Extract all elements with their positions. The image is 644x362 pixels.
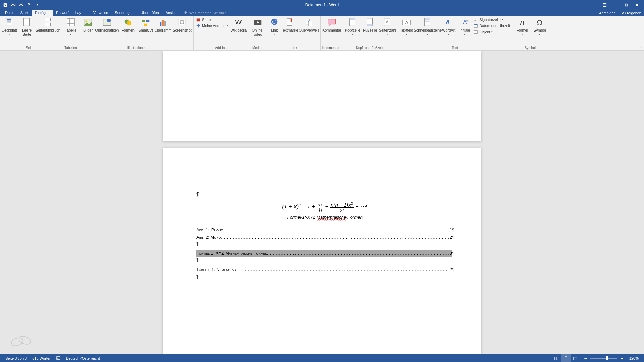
save-button[interactable] (2, 1, 9, 9)
undo-button[interactable]: ▾ (10, 1, 17, 9)
zoom-slider[interactable] (590, 358, 617, 359)
svg-rect-8 (7, 19, 11, 21)
ribbon: Deckblatt▾ Leere Seite Seitenumbruch Sei… (0, 16, 644, 51)
svg-rect-12 (45, 18, 51, 21)
minimize-button[interactable] (610, 1, 621, 9)
smartart-button[interactable]: SmartArt (137, 17, 154, 33)
tab-mailings[interactable]: Sendungen (111, 10, 137, 16)
language-indicator[interactable]: Deutsch (Österreich) (63, 356, 103, 360)
web-layout-button[interactable] (571, 354, 580, 362)
symbol-button[interactable]: ΩSymbol▾ (531, 17, 548, 36)
paragraph-mark: ¶ (196, 257, 454, 263)
sigline-button[interactable]: Signaturzeile ▾ (472, 17, 512, 23)
my-addins-button[interactable]: Meine Add-Ins ▾ (195, 23, 229, 29)
equation-button[interactable]: πFormel▾ (514, 17, 531, 36)
spellcheck-button[interactable] (53, 356, 63, 361)
textbox-button[interactable]: ATextfeld▾ (398, 17, 415, 36)
tof-entry-selected[interactable]: Formel 1: XYZ Mathemtaische Formel3¶ (196, 250, 454, 257)
tab-view[interactable]: Ansicht (162, 10, 181, 16)
svg-text:Ω: Ω (537, 18, 543, 27)
customize-qat-button[interactable]: ▾ (34, 1, 41, 9)
object-button[interactable]: Objekt ▾ (472, 29, 512, 35)
screenshot-button[interactable]: Screenshot▾ (172, 17, 192, 36)
tab-design[interactable]: Entwurf (53, 10, 72, 16)
pictures-button[interactable]: Bilder (82, 17, 94, 33)
group-comments: Kommentar Kommentare (321, 16, 343, 50)
ribbon-options-button[interactable] (599, 1, 610, 9)
pagenum-button[interactable]: #Seitenzahl▾ (379, 17, 396, 36)
link-button[interactable]: Link▾ (268, 17, 280, 36)
tab-file[interactable]: Datei (2, 10, 17, 16)
group-addins-label: Add-Ins (195, 45, 247, 50)
zoom-out-button[interactable]: − (583, 356, 588, 361)
page-indicator[interactable]: Seite 3 von 3 (3, 356, 30, 360)
text-cursor (220, 257, 220, 263)
page-break-button[interactable]: Seitenumbruch (36, 17, 60, 33)
tab-insert[interactable]: Einfügen (32, 10, 53, 16)
print-layout-button[interactable] (561, 354, 571, 362)
header-button[interactable]: Kopfzeile▾ (344, 17, 361, 36)
group-addins: Store Meine Add-Ins ▾ WWikipedia Add-Ins (194, 16, 248, 50)
read-mode-button[interactable] (552, 354, 561, 362)
svg-text:π: π (520, 18, 525, 27)
svg-rect-34 (197, 19, 200, 22)
window-title: Dokument1 - Word (305, 3, 339, 7)
document-area[interactable]: ¶ (1 + x)n = 1 + nx1! + n(n − 1)x22! + ⋯… (0, 51, 644, 354)
footer-button[interactable]: Fußzeile▾ (362, 17, 378, 36)
group-pages: Deckblatt▾ Leere Seite Seitenumbruch Sei… (0, 16, 61, 50)
svg-rect-28 (144, 24, 147, 26)
svg-rect-15 (67, 19, 75, 26)
status-bar: Seite 3 von 3 615 Wörter Deutsch (Österr… (0, 354, 644, 362)
svg-text:#: # (386, 20, 388, 24)
equation-display[interactable]: (1 + x)n = 1 + nx1! + n(n − 1)x22! + ⋯¶ (196, 202, 454, 213)
zoom-in-button[interactable]: + (619, 356, 625, 361)
watermark-logo (7, 330, 37, 351)
online-pictures-button[interactable]: Onlinegrafiken (95, 17, 119, 33)
dropcap-button[interactable]: AInitiale▾ (458, 17, 471, 36)
equation-caption[interactable]: Formel·1:·XYZ·Mathemtaische·Formel¶ (196, 215, 454, 220)
datetime-button[interactable]: Datum und Uhrzeit (472, 23, 512, 29)
page-current[interactable]: ¶ (1 + x)n = 1 + nx1! + n(n − 1)x22! + ⋯… (163, 148, 481, 354)
blank-page-button[interactable]: Leere Seite (18, 17, 35, 37)
group-media-label: Medien (249, 45, 266, 50)
svg-rect-3 (625, 4, 627, 6)
zoom-control: − + 120% (583, 356, 641, 361)
comment-button[interactable]: Kommentar (322, 17, 342, 33)
group-media: Online-video Medien (248, 16, 267, 50)
wikipedia-button[interactable]: WWikipedia (230, 17, 247, 33)
tab-start[interactable]: Start (17, 10, 32, 16)
shapes-button[interactable]: Formen▾ (120, 17, 137, 36)
group-headerfooter: Kopfzeile▾ Fußzeile▾ #Seitenzahl▾ Kopf- … (343, 16, 397, 50)
signin-button[interactable]: Anmelden (596, 10, 619, 16)
svg-rect-31 (164, 21, 166, 26)
chart-button[interactable]: Diagramm (155, 17, 171, 33)
collapse-ribbon-button[interactable]: ⌃ (640, 46, 642, 50)
tell-me-search[interactable]: Was möchten Sie tun? (181, 10, 229, 16)
cover-page-button[interactable]: Deckblatt▾ (1, 17, 18, 36)
bookmark-button[interactable]: Textmarke (281, 17, 298, 33)
wordart-button[interactable]: AWordArt▾ (440, 17, 457, 36)
svg-rect-52 (425, 19, 430, 21)
word-count[interactable]: 615 Wörter (30, 356, 53, 360)
svg-point-38 (271, 19, 278, 25)
crossref-button[interactable]: Querverweis (299, 17, 319, 33)
tof-entry-3[interactable]: Tabelle 1: Namenstabelle2¶ (196, 266, 454, 274)
maximize-button[interactable] (621, 1, 632, 9)
touch-mode-button[interactable]: ▾ (26, 1, 33, 9)
redo-button[interactable] (18, 1, 25, 9)
share-button[interactable]: ⬈ Freigeben (619, 10, 644, 16)
paragraph-mark: ¶ (196, 241, 454, 246)
group-tables-label: Tabellen (62, 45, 79, 50)
table-button[interactable]: Tabelle▾ (62, 17, 79, 36)
tof-entry-2[interactable]: Abb. 2: Mond2¶ (196, 234, 454, 241)
tab-review[interactable]: Überprüfen (137, 10, 162, 16)
tof-entry-1[interactable]: Abb. 1: iPhone1¶ (196, 226, 454, 234)
online-video-button[interactable]: Online-video (249, 17, 266, 37)
close-button[interactable] (632, 1, 642, 9)
group-headerfooter-label: Kopf- und Fußzeile (344, 45, 396, 50)
tab-layout[interactable]: Layout (72, 10, 90, 16)
zoom-percent[interactable]: 120% (627, 356, 641, 360)
tab-references[interactable]: Verweise (90, 10, 112, 16)
quickparts-button[interactable]: Schnellbausteine▾ (416, 17, 440, 36)
store-button[interactable]: Store (195, 17, 229, 23)
